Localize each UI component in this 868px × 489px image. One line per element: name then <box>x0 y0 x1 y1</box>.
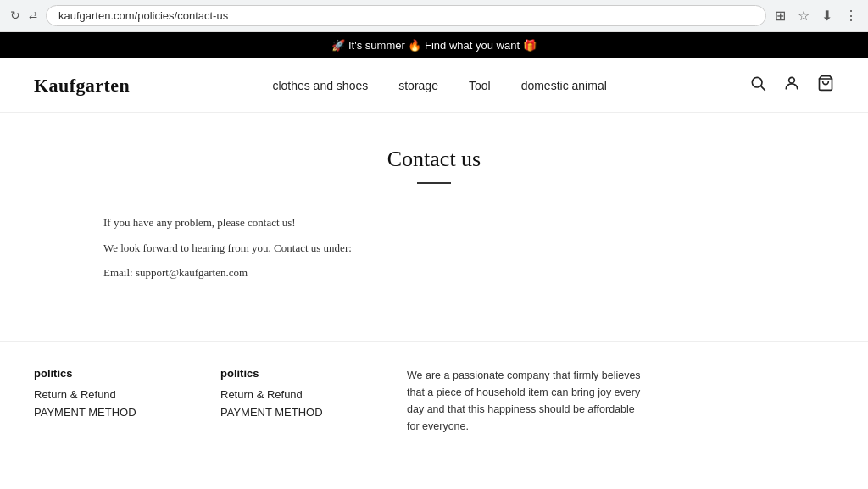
site-footer: politics Return & Refund PAYMENT METHOD … <box>0 341 868 452</box>
account-icon[interactable] <box>783 75 800 96</box>
url-text: kaufgarten.com/policies/contact-us <box>58 9 228 22</box>
svg-line-1 <box>761 86 765 90</box>
title-divider <box>417 182 451 184</box>
contact-line-3: Email: support@kaufgarten.com <box>103 264 782 281</box>
download-icon[interactable]: ⬇ <box>821 8 832 24</box>
footer-col-1-title: politics <box>34 367 170 380</box>
site-header: Kaufgarten clothes and shoes storage Too… <box>0 58 868 113</box>
footer-col-1-link-2[interactable]: PAYMENT METHOD <box>34 406 170 419</box>
footer-col-1: politics Return & Refund PAYMENT METHOD <box>34 367 170 435</box>
star-icon[interactable]: ☆ <box>798 8 810 24</box>
nav-item-tool[interactable]: Tool <box>469 79 491 92</box>
nav-item-domestic-animal[interactable]: domestic animal <box>521 79 607 92</box>
cart-icon[interactable] <box>817 75 834 96</box>
page-title: Contact us <box>86 147 782 172</box>
svg-point-0 <box>752 77 762 87</box>
translate-icon[interactable]: ⊞ <box>775 8 786 24</box>
announcement-bar: 🚀 It's summer 🔥 Find what you want 🎁 <box>0 32 868 58</box>
browser-actions: ⊞ ☆ ⬇ ⋮ <box>775 8 858 24</box>
footer-col-1-link-1[interactable]: Return & Refund <box>34 388 170 401</box>
footer-col-2-title: politics <box>220 367 356 380</box>
reload-icon[interactable]: ↻ <box>10 8 20 23</box>
nav-item-storage[interactable]: storage <box>398 79 438 92</box>
nav-item-clothes-shoes[interactable]: clothes and shoes <box>272 79 368 92</box>
footer-col-2: politics Return & Refund PAYMENT METHOD <box>220 367 356 435</box>
contact-line-1: If you have any problem, please contact … <box>103 214 782 231</box>
announcement-text: 🚀 It's summer 🔥 Find what you want 🎁 <box>331 39 536 52</box>
footer-col-2-link-2[interactable]: PAYMENT METHOD <box>220 406 356 419</box>
site-logo[interactable]: Kaufgarten <box>34 75 130 97</box>
footer-about-text: We are a passionate company that firmly … <box>407 367 644 435</box>
search-icon[interactable] <box>749 75 766 96</box>
browser-chrome: ↻ ⇄ kaufgarten.com/policies/contact-us ⊞… <box>0 0 868 32</box>
header-icons <box>749 75 834 96</box>
footer-about: We are a passionate company that firmly … <box>407 367 644 435</box>
main-content: Contact us If you have any problem, plea… <box>53 113 815 341</box>
site-nav: clothes and shoes storage Tool domestic … <box>272 79 606 92</box>
contact-line-2: We look forward to hearing from you. Con… <box>103 240 782 257</box>
contact-body: If you have any problem, please contact … <box>86 214 782 281</box>
url-bar[interactable]: kaufgarten.com/policies/contact-us <box>46 5 766 26</box>
footer-col-2-link-1[interactable]: Return & Refund <box>220 388 356 401</box>
svg-point-2 <box>789 77 795 83</box>
menu-icon[interactable]: ⋮ <box>844 8 858 24</box>
two-arrows-icon[interactable]: ⇄ <box>29 9 37 22</box>
